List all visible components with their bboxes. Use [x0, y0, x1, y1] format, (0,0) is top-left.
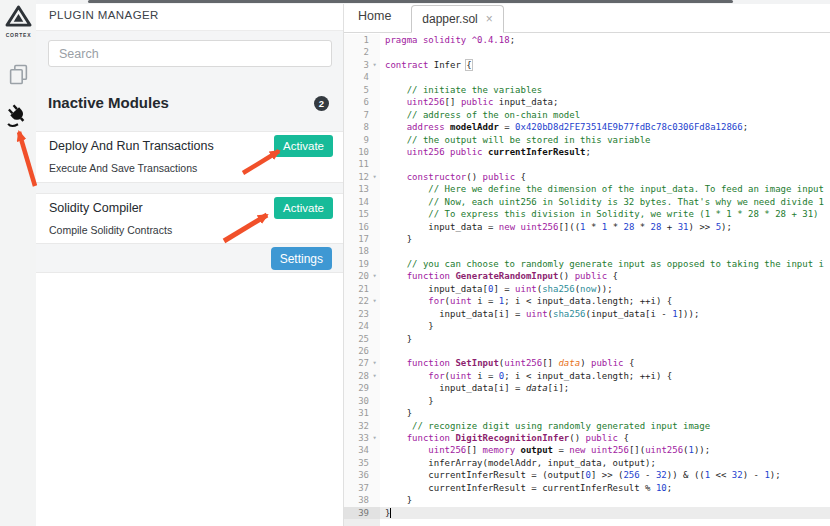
cortex-logo: CORTEX: [3, 5, 34, 38]
code-line: pragma solidity ^0.4.18;: [380, 34, 830, 46]
gutter-line: 5: [344, 84, 380, 96]
editor-pane: Home dapper.sol × 123▾456789101112▾13141…: [344, 0, 830, 526]
code-line: for(uint i = 1; i < input_data.length; +…: [380, 295, 830, 307]
inactive-count-badge: 2: [314, 96, 329, 111]
code-line: [380, 46, 830, 58]
gutter-line: 6: [344, 96, 380, 108]
gutter-line: 13: [344, 183, 380, 195]
settings-button[interactable]: Settings: [271, 247, 332, 270]
code-line: }: [380, 233, 830, 245]
fold-caret-icon[interactable]: ▾: [369, 295, 380, 307]
code-line: input_data[i] = uint(sha256(input_data[i…: [380, 308, 830, 320]
code-editor[interactable]: 123▾456789101112▾1314151617181920▾2122▾2…: [344, 34, 830, 526]
gutter-line: 37: [344, 482, 380, 494]
inactive-modules-heading: Inactive Modules: [48, 94, 169, 111]
code-line: // the output will be stored in this var…: [380, 134, 830, 146]
gutter-line: 12▾: [344, 171, 380, 183]
code-line: // you can choose to randomly generate i…: [380, 258, 830, 270]
gutter-line: 24: [344, 320, 380, 332]
code-line: uint256 public currentInferResult;: [380, 146, 830, 158]
tab-bar: Home dapper.sol ×: [344, 0, 830, 33]
panel-empty-area: [36, 272, 343, 526]
tab-home[interactable]: Home: [347, 9, 402, 23]
activate-deploy-button[interactable]: Activate: [274, 135, 333, 157]
code-line: // To express this division in Solidity,…: [380, 208, 830, 220]
code-line: [380, 245, 830, 257]
code-line: }: [380, 507, 830, 519]
cortex-triangle-icon: [5, 5, 32, 28]
plugin-icon[interactable]: [0, 103, 36, 134]
code-line: // address of the on-chain model: [380, 109, 830, 121]
code-line: inferArray(modelAddr, input_data, output…: [380, 457, 830, 469]
activate-compiler-button[interactable]: Activate: [274, 197, 333, 219]
gutter-line: 22▾: [344, 295, 380, 307]
gutter-line: 33▾: [344, 432, 380, 444]
gutter-line: 25: [344, 333, 380, 345]
app-window: CORTEX PLUGIN MANAGER Inactive Modu: [0, 0, 830, 526]
fold-caret-icon[interactable]: ▾: [369, 370, 380, 382]
gutter-line: 18: [344, 245, 380, 257]
gutter-line: 28▾: [344, 370, 380, 382]
gutter-line: 32: [344, 420, 380, 432]
files-icon[interactable]: [0, 64, 36, 89]
plugin-manager-panel: PLUGIN MANAGER Inactive Modules 2 Deploy…: [36, 0, 344, 526]
gutter-line: 21: [344, 283, 380, 295]
code-line: [380, 71, 830, 83]
code-line: uint256[] public input_data;: [380, 96, 830, 108]
fold-caret-icon[interactable]: ▾: [369, 171, 380, 183]
code-line: function GenerateRandomInput() public {: [380, 270, 830, 282]
editor-gutter: 123▾456789101112▾1314151617181920▾2122▾2…: [344, 34, 380, 526]
tab-label: dapper.sol: [422, 12, 477, 26]
gutter-line: 34: [344, 444, 380, 456]
cortex-logo-label: CORTEX: [3, 32, 34, 38]
gutter-line: 27▾: [344, 357, 380, 369]
icon-sidebar: CORTEX: [0, 0, 36, 526]
gutter-line: 11: [344, 158, 380, 170]
code-line: contract Infer {: [380, 59, 830, 71]
code-line: }: [380, 333, 830, 345]
fold-caret-icon[interactable]: ▾: [369, 357, 380, 369]
search-input[interactable]: [48, 40, 332, 67]
close-icon[interactable]: ×: [486, 13, 493, 25]
gutter-line: 23: [344, 308, 380, 320]
gutter-line: 14: [344, 196, 380, 208]
gutter-line: 19: [344, 258, 380, 270]
gutter-line: 4: [344, 71, 380, 83]
code-line: uint256[] memory output = new uint256[](…: [380, 444, 830, 456]
gutter-line: 31: [344, 407, 380, 419]
gutter-line: 20▾: [344, 270, 380, 282]
code-line: input_data[i] = data[i];: [380, 382, 830, 394]
gutter-line: 7: [344, 109, 380, 121]
code-line: }: [380, 494, 830, 506]
top-scrollbar-thumb[interactable]: [88, 0, 733, 3]
module-card-deploy: Deploy And Run Transactions Execute And …: [36, 131, 343, 183]
gutter-line: 15: [344, 208, 380, 220]
editor-code[interactable]: pragma solidity ^0.4.18;contract Infer {…: [380, 34, 830, 526]
code-line: }: [380, 320, 830, 332]
code-line: input_data[0] = uint(sha256(now));: [380, 283, 830, 295]
gutter-line: 35: [344, 457, 380, 469]
code-line: // Now, each uint256 in Solidity is 32 b…: [380, 196, 830, 208]
panel-title: PLUGIN MANAGER: [36, 0, 343, 31]
code-line: [380, 345, 830, 357]
code-line: function DigitRecognitionInfer() public …: [380, 432, 830, 444]
code-line: // recognize digit using randomly genera…: [380, 420, 830, 432]
code-line: [380, 158, 830, 170]
code-line: constructor() public {: [380, 171, 830, 183]
gutter-line: 9: [344, 134, 380, 146]
module-card-compiler: Solidity Compiler Compile Solidity Contr…: [36, 193, 343, 244]
code-line: }: [380, 395, 830, 407]
gutter-line: 29: [344, 382, 380, 394]
gutter-line: 1: [344, 34, 380, 46]
gutter-line: 26: [344, 345, 380, 357]
gutter-line: 38: [344, 494, 380, 506]
code-line: address modelAddr = 0x420bD8d2FE73514E9b…: [380, 121, 830, 133]
fold-caret-icon[interactable]: ▾: [369, 432, 380, 444]
fold-caret-icon[interactable]: ▾: [369, 59, 380, 71]
gutter-line: 3▾: [344, 59, 380, 71]
code-line: currentInferResult = currentInferResult …: [380, 482, 830, 494]
fold-caret-icon[interactable]: ▾: [369, 270, 380, 282]
tab-dapper-sol[interactable]: dapper.sol ×: [411, 5, 503, 33]
gutter-line: 16: [344, 221, 380, 233]
code-line: // Here we define the dimension of the i…: [380, 183, 830, 195]
